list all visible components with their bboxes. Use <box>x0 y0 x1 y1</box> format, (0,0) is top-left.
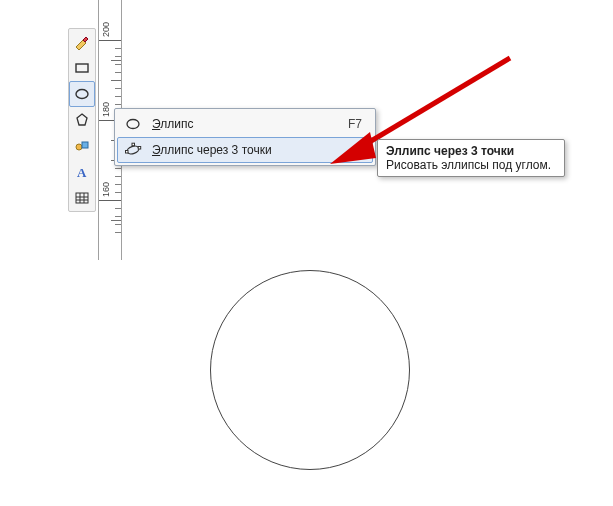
svg-rect-14 <box>138 147 141 150</box>
tooltip: Эллипс через 3 точки Рисовать эллипсы по… <box>377 139 565 177</box>
ellipse-3pt-icon <box>122 139 144 161</box>
svg-rect-15 <box>132 143 135 146</box>
svg-rect-4 <box>82 142 88 148</box>
ellipse-icon <box>122 113 144 135</box>
toolbox: A <box>68 28 96 212</box>
menu-item-label: Эллипс через 3 точки <box>152 143 272 157</box>
svg-rect-0 <box>76 64 88 72</box>
menu-item-ellipse-3pt[interactable]: Эллипс через 3 точки <box>117 137 373 163</box>
ruler-label: 180 <box>101 102 111 117</box>
table-tool[interactable] <box>69 185 95 211</box>
svg-text:A: A <box>77 165 87 180</box>
ruler-label: 160 <box>101 182 111 197</box>
freehand-tool[interactable] <box>69 29 95 55</box>
menu-item-label: Эллипс <box>152 117 193 131</box>
ellipse-tool-flyout: Эллипс F7 Эллипс через 3 точки <box>114 108 376 166</box>
tooltip-body: Рисовать эллипсы под углом. <box>386 158 556 172</box>
svg-rect-6 <box>76 193 88 203</box>
menu-item-ellipse[interactable]: Эллипс F7 <box>117 111 373 137</box>
svg-point-11 <box>127 120 139 129</box>
ellipse-tool[interactable] <box>69 81 95 107</box>
rectangle-tool[interactable] <box>69 55 95 81</box>
svg-point-1 <box>76 90 88 99</box>
tooltip-title: Эллипс через 3 точки <box>386 144 556 158</box>
svg-marker-2 <box>77 114 87 125</box>
shapes-tool[interactable] <box>69 133 95 159</box>
ruler-label: 200 <box>101 22 111 37</box>
svg-line-16 <box>356 58 510 150</box>
canvas-ellipse-shape <box>210 270 410 470</box>
menu-item-shortcut: F7 <box>348 117 364 131</box>
polygon-tool[interactable] <box>69 107 95 133</box>
svg-rect-13 <box>126 151 129 154</box>
text-tool[interactable]: A <box>69 159 95 185</box>
svg-point-3 <box>76 144 82 150</box>
